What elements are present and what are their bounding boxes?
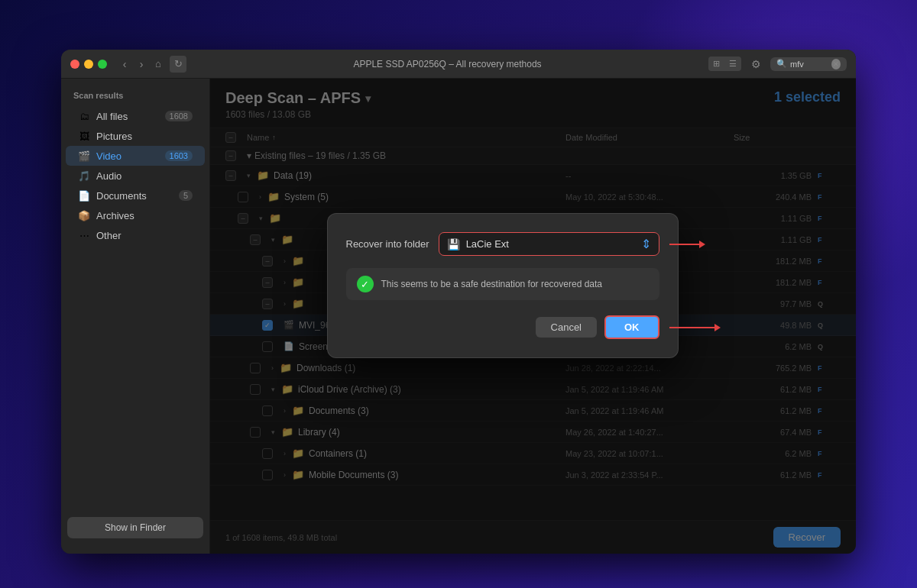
sidebar-item-audio[interactable]: 🎵 Audio [66,166,205,186]
home-button[interactable]: ⌂ [150,56,167,73]
documents-icon: 📄 [78,189,90,202]
recover-dialog: Recover into folder 💾 LaCie Ext ⇕ [327,213,679,358]
traffic-lights [70,60,107,69]
search-icon: 🔍 [776,59,787,69]
disk-icon: 💾 [447,238,460,250]
arrow-indicator-ok [669,324,721,331]
sidebar-badge-video: 1603 [165,150,193,161]
sidebar-label-pictures: Pictures [96,131,193,142]
search-bar: 🔍 ✕ [770,57,847,71]
pictures-icon: 🖼 [78,130,90,142]
dialog-folder-name: LaCie Ext [466,238,635,250]
show-in-finder-button[interactable]: Show in Finder [67,517,203,538]
sidebar-footer: Show in Finder [61,511,209,544]
dialog-overlay[interactable]: Recover into folder 💾 LaCie Ext ⇕ [210,79,856,554]
action-button[interactable]: ↻ [170,56,186,73]
back-button[interactable]: ‹ [116,56,133,73]
sidebar-label-video: Video [96,150,159,162]
forward-button[interactable]: › [133,56,150,73]
dialog-folder-label: Recover into folder [346,238,429,250]
dialog-cancel-button[interactable]: Cancel [536,317,597,338]
dialog-ok-button[interactable]: OK [604,315,659,339]
arrow-indicator-select [669,241,705,248]
main-window: ‹ › ⌂ ↻ APPLE SSD AP0256Q – All recovery… [61,50,856,554]
sidebar-item-other[interactable]: ⋯ Other [66,225,205,245]
window-title: APPLE SSD AP0256Q – All recovery methods [186,59,708,69]
sidebar-item-pictures[interactable]: 🖼 Pictures [66,126,205,146]
dialog-info-text: This seems to be a safe destination for … [381,279,603,289]
titlebar-right: ⊞ ☰ ⚙ 🔍 ✕ [708,56,847,73]
main-layout: Scan results 🗂 All files 1608 🖼 Pictures… [61,79,856,554]
sidebar-badge-documents: 5 [179,190,193,201]
sidebar-item-all-files[interactable]: 🗂 All files 1608 [66,106,205,126]
archives-icon: 📦 [78,209,90,221]
close-button[interactable] [70,60,79,69]
sidebar-label-documents: Documents [96,190,173,202]
view-toggle: ⊞ ☰ [708,57,741,71]
sidebar-label-audio: Audio [96,170,193,182]
search-clear-button[interactable]: ✕ [831,59,841,69]
sidebar-label-all-files: All files [96,111,159,122]
maximize-button[interactable] [98,60,107,69]
list-view-button[interactable]: ☰ [724,57,741,71]
sidebar: Scan results 🗂 All files 1608 🖼 Pictures… [61,79,210,554]
dialog-folder-select[interactable]: 💾 LaCie Ext ⇕ [439,232,659,256]
sidebar-item-documents[interactable]: 📄 Documents 5 [66,186,205,205]
sidebar-badge-all-files: 1608 [165,111,193,121]
sidebar-label-other: Other [96,230,193,241]
sidebar-item-video[interactable]: 🎬 Video 1603 [66,146,205,166]
other-icon: ⋯ [78,229,90,241]
dialog-buttons: Cancel OK [346,315,659,339]
grid-view-button[interactable]: ⊞ [708,57,724,71]
safe-destination-icon: ✓ [357,276,374,292]
sidebar-section-label: Scan results [61,88,209,106]
video-icon: 🎬 [78,150,90,162]
dialog-folder-row: Recover into folder 💾 LaCie Ext ⇕ [346,232,659,256]
sidebar-label-archives: Archives [96,210,193,221]
search-input[interactable] [790,60,828,69]
content-area: Deep Scan – APFS ▾ 1603 files / 13.08 GB… [210,79,856,554]
titlebar: ‹ › ⌂ ↻ APPLE SSD AP0256Q – All recovery… [61,50,856,79]
minimize-button[interactable] [84,60,93,69]
audio-icon: 🎵 [78,170,90,182]
ok-button-wrapper: OK [604,315,659,339]
all-files-icon: 🗂 [78,110,90,122]
sidebar-item-archives[interactable]: 📦 Archives [66,205,205,225]
dropdown-arrow-icon: ⇕ [641,237,651,251]
dialog-info-row: ✓ This seems to be a safe destination fo… [346,268,659,300]
settings-button[interactable]: ⚙ [747,56,764,73]
